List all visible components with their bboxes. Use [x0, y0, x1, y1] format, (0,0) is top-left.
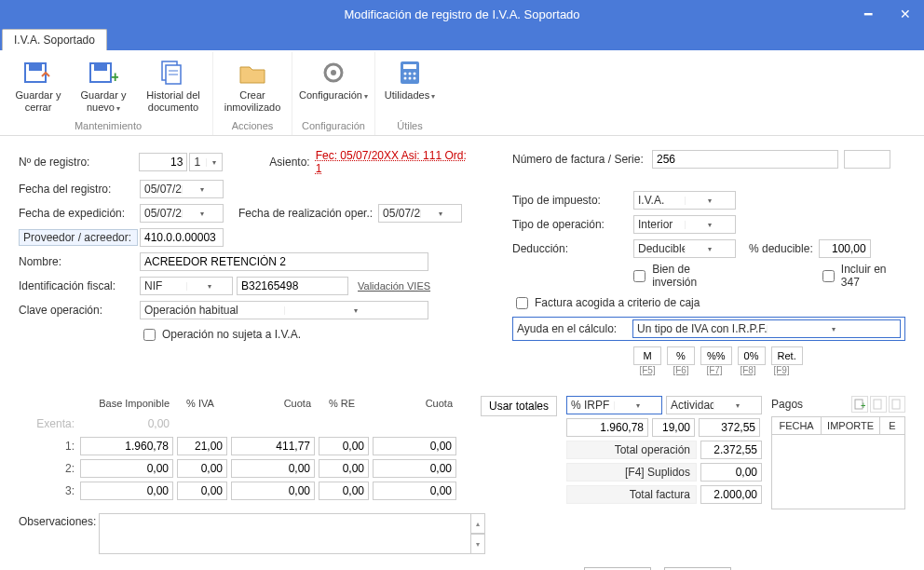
row3-cuota2[interactable] — [373, 482, 456, 500]
group-utiles-label: Útiles — [397, 118, 423, 135]
n-registro-input[interactable] — [139, 153, 187, 171]
row1-iva[interactable] — [177, 437, 227, 455]
svg-point-16 — [404, 77, 407, 80]
irpf-pct[interactable] — [652, 418, 695, 437]
row1-re[interactable] — [319, 437, 369, 455]
deduccion-combo[interactable]: Deducible▾ — [633, 239, 736, 258]
row2-cuota2[interactable] — [373, 459, 456, 478]
identificacion-tipo-combo[interactable]: NIF▾ — [140, 277, 233, 295]
irpf-base[interactable] — [566, 418, 648, 437]
usar-totales-button[interactable]: Usar totales — [481, 396, 557, 416]
row3-re[interactable] — [319, 482, 369, 500]
obs-spin-down[interactable]: ▾ — [470, 534, 485, 554]
svg-point-18 — [414, 77, 416, 80]
calc-ret-button[interactable]: Ret. — [771, 346, 803, 365]
save-close-label: Guardar y cerrar — [11, 89, 65, 114]
row3-base[interactable] — [80, 482, 173, 500]
create-asset-label: Crear inmovilizado — [221, 89, 284, 114]
row2-cuota[interactable] — [231, 459, 315, 478]
close-button[interactable]: ✕ — [887, 0, 924, 28]
incluir-347-checkbox[interactable]: Incluir en 347 — [819, 263, 905, 289]
svg-rect-12 — [403, 64, 416, 69]
calc-m-button[interactable]: M — [633, 346, 661, 365]
row1-base[interactable] — [80, 437, 173, 455]
suplidos-value[interactable] — [700, 463, 762, 482]
row1-cuota[interactable] — [231, 437, 315, 455]
row2-label: 2: — [19, 462, 80, 475]
obs-spin-up[interactable]: ▴ — [470, 513, 485, 534]
f8-hint: [F8] — [734, 365, 762, 375]
utilities-button[interactable]: Utilidades▾ — [381, 56, 439, 103]
group-acciones-label: Acciones — [232, 118, 274, 135]
minimize-button[interactable]: ━ — [849, 0, 887, 28]
tab-iva-soportado[interactable]: I.V.A. Soportado — [2, 29, 107, 50]
exenta-value — [80, 414, 173, 433]
save-new-button[interactable]: + Guardar y nuevo▾ — [75, 56, 132, 115]
tipo-operacion-combo[interactable]: Interior▾ — [633, 215, 736, 234]
calc-0pct-button[interactable]: 0% — [738, 346, 766, 365]
history-button[interactable]: Historial del documento — [140, 56, 207, 115]
row2-iva[interactable] — [177, 459, 227, 478]
num-factura-input[interactable] — [652, 150, 838, 169]
bien-inversion-checkbox[interactable]: Bien de inversión — [630, 263, 735, 289]
asiento-label: Asiento: — [269, 156, 309, 169]
total-factura-label: Total factura — [566, 485, 697, 504]
pagos-col-e: E — [880, 417, 904, 434]
pagos-col-importe: IMPORTE — [822, 417, 880, 434]
proveedor-input[interactable] — [140, 228, 224, 247]
row2-base[interactable] — [80, 459, 173, 478]
actividad-combo[interactable]: Actividad pro▾ — [666, 396, 762, 414]
folder-icon — [238, 58, 267, 88]
total-factura-value[interactable] — [700, 485, 762, 504]
svg-point-17 — [409, 77, 412, 80]
row1-cuota2[interactable] — [373, 437, 456, 455]
n-registro-seq-combo[interactable]: 1▾ — [189, 153, 223, 171]
ayuda-calculo-combo[interactable]: Un tipo de IVA con I.R.P.F.▾ — [632, 319, 901, 338]
clave-operacion-combo[interactable]: Operación habitual▾ — [140, 301, 428, 319]
configuration-button[interactable]: Configuración▾ — [298, 56, 369, 103]
save-close-button[interactable]: Guardar y cerrar — [9, 56, 67, 115]
validacion-vies-link[interactable]: Validación VIES — [358, 280, 430, 292]
pct-deducible-input[interactable] — [819, 239, 871, 258]
row2-re[interactable] — [319, 459, 369, 478]
row3-cuota[interactable] — [231, 482, 315, 500]
identificacion-label: Identificación fiscal: — [19, 279, 140, 292]
hdr-cuota2: Cuota — [369, 396, 456, 411]
tipo-impuesto-label: Tipo de impuesto: — [512, 194, 633, 207]
irpf-cuota[interactable] — [699, 418, 760, 437]
pct-irpf-combo[interactable]: % IRPF▾ — [566, 396, 662, 414]
add-payment-icon[interactable]: + — [851, 396, 868, 413]
factura-caja-checkbox[interactable]: Factura acogida a criterio de caja — [512, 294, 700, 312]
row3-iva[interactable] — [177, 482, 227, 500]
configuration-label: Configuración▾ — [299, 89, 368, 102]
asiento-link[interactable]: Fec: 05/07/20XX Asi: 111 Ord: 1 — [316, 149, 475, 175]
delete-payment-icon[interactable] — [889, 396, 905, 413]
op-no-sujeta-checkbox[interactable]: Operación no sujeta a I.V.A. — [140, 326, 301, 344]
n-registro-label: Nº de registro: — [19, 156, 139, 169]
svg-rect-3 — [94, 63, 107, 71]
fecha-expedicion-input[interactable]: 05/07/20XX▾ — [140, 204, 224, 223]
fecha-expedicion-label: Fecha de expedición: — [19, 207, 140, 220]
observaciones-textarea[interactable] — [99, 513, 471, 554]
serie-input[interactable] — [844, 150, 890, 169]
hdr-cuota1: Cuota — [227, 396, 315, 411]
calc-pct-button[interactable]: % — [667, 346, 695, 365]
identificacion-input[interactable] — [237, 277, 348, 295]
calc-pctpct-button[interactable]: %% — [700, 346, 732, 365]
edit-payment-icon[interactable] — [870, 396, 887, 413]
suplidos-label[interactable]: [F4] Suplidos — [566, 463, 697, 482]
pagos-table[interactable]: FECHA IMPORTE E — [771, 416, 905, 509]
fecha-realizacion-input[interactable]: 05/07/20XX▾ — [378, 204, 462, 223]
observaciones-label: Observaciones: — [19, 513, 99, 528]
row3-label: 3: — [19, 484, 80, 497]
nombre-input[interactable] — [140, 252, 428, 271]
group-configuracion-label: Configuración — [302, 118, 365, 135]
tipo-impuesto-combo[interactable]: I.V.A.▾ — [633, 191, 736, 210]
total-operacion-value[interactable] — [700, 441, 762, 459]
save-new-icon: + — [88, 58, 118, 88]
create-asset-button[interactable]: Crear inmovilizado — [219, 56, 286, 115]
svg-point-13 — [404, 73, 407, 75]
svg-rect-1 — [29, 63, 42, 71]
fecha-registro-input[interactable]: 05/07/20XX▾ — [140, 180, 224, 198]
f7-hint: [F7] — [700, 365, 728, 375]
